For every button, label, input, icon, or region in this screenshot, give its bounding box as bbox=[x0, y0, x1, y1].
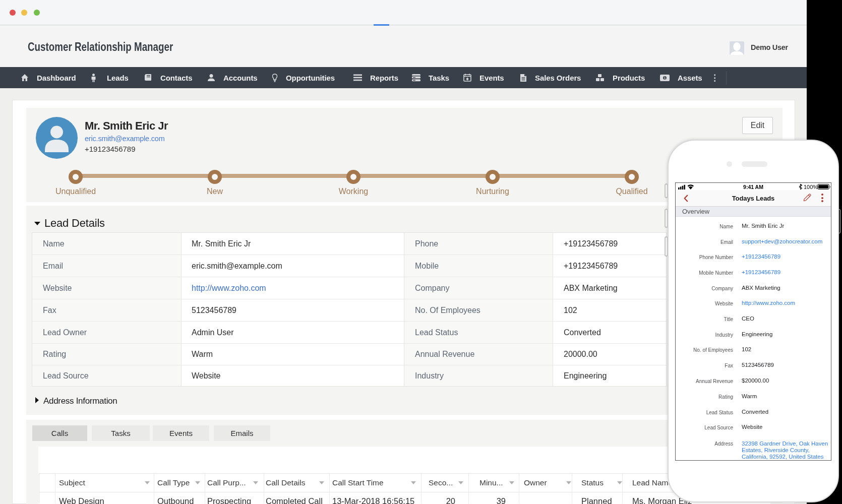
svg-text:1: 1 bbox=[664, 76, 666, 80]
